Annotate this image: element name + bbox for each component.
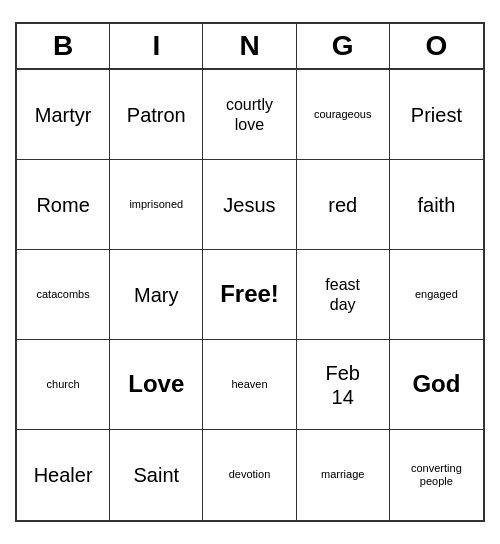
- cell-text: Mary: [134, 283, 178, 307]
- cell-text: Healer: [34, 463, 93, 487]
- cell-text: engaged: [415, 288, 458, 301]
- bingo-cell: faith: [390, 160, 483, 250]
- cell-text: heaven: [231, 378, 267, 391]
- cell-text: courageous: [314, 108, 372, 121]
- cell-text: courtlylove: [226, 95, 273, 133]
- bingo-cell: marriage: [297, 430, 390, 520]
- bingo-cell: Priest: [390, 70, 483, 160]
- bingo-cell: Feb14: [297, 340, 390, 430]
- bingo-card: BINGO MartyrPatroncourtlylovecourageousP…: [15, 22, 485, 522]
- bingo-cell: imprisoned: [110, 160, 203, 250]
- bingo-header: BINGO: [17, 24, 483, 70]
- bingo-cell: devotion: [203, 430, 296, 520]
- bingo-cell: heaven: [203, 340, 296, 430]
- bingo-cell: feastday: [297, 250, 390, 340]
- bingo-cell: God: [390, 340, 483, 430]
- cell-text: Rome: [36, 193, 89, 217]
- bingo-cell: church: [17, 340, 110, 430]
- cell-text: Priest: [411, 103, 462, 127]
- cell-text: Free!: [220, 280, 279, 309]
- cell-text: faith: [417, 193, 455, 217]
- cell-text: convertingpeople: [411, 462, 462, 488]
- bingo-cell: convertingpeople: [390, 430, 483, 520]
- cell-text: Love: [128, 370, 184, 399]
- cell-text: Saint: [133, 463, 179, 487]
- bingo-cell: courtlylove: [203, 70, 296, 160]
- cell-text: marriage: [321, 468, 364, 481]
- bingo-cell: Saint: [110, 430, 203, 520]
- header-letter: N: [203, 24, 296, 68]
- cell-text: feastday: [325, 275, 360, 313]
- cell-text: Patron: [127, 103, 186, 127]
- header-letter: I: [110, 24, 203, 68]
- cell-text: red: [328, 193, 357, 217]
- header-letter: G: [297, 24, 390, 68]
- bingo-cell: courageous: [297, 70, 390, 160]
- cell-text: imprisoned: [129, 198, 183, 211]
- bingo-cell: Jesus: [203, 160, 296, 250]
- bingo-cell: Love: [110, 340, 203, 430]
- cell-text: church: [47, 378, 80, 391]
- bingo-cell: Healer: [17, 430, 110, 520]
- cell-text: devotion: [229, 468, 271, 481]
- bingo-cell: red: [297, 160, 390, 250]
- header-letter: O: [390, 24, 483, 68]
- bingo-cell: engaged: [390, 250, 483, 340]
- cell-text: catacombs: [36, 288, 89, 301]
- bingo-cell: catacombs: [17, 250, 110, 340]
- bingo-cell: Patron: [110, 70, 203, 160]
- cell-text: Feb14: [325, 361, 359, 409]
- bingo-cell: Mary: [110, 250, 203, 340]
- bingo-cell: Martyr: [17, 70, 110, 160]
- cell-text: God: [412, 370, 460, 399]
- bingo-grid: MartyrPatroncourtlylovecourageousPriestR…: [17, 70, 483, 520]
- bingo-cell: Free!: [203, 250, 296, 340]
- cell-text: Jesus: [223, 193, 275, 217]
- header-letter: B: [17, 24, 110, 68]
- cell-text: Martyr: [35, 103, 92, 127]
- bingo-cell: Rome: [17, 160, 110, 250]
